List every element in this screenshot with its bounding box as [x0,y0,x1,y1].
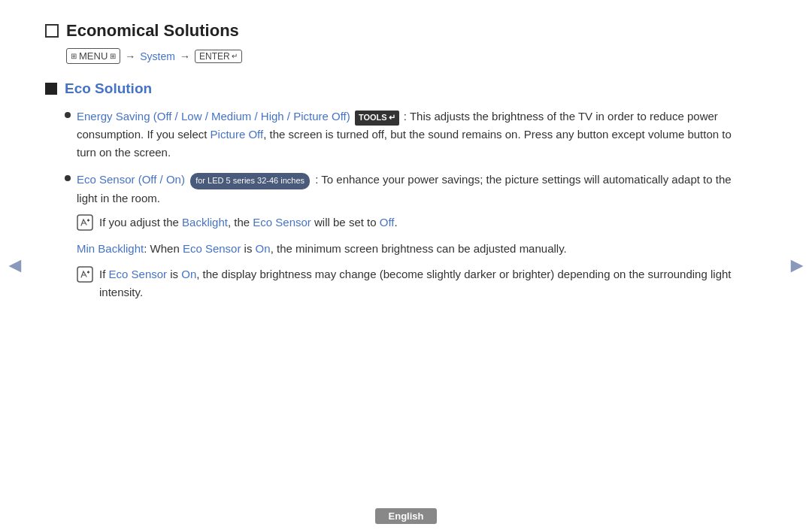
bullet-content-2: Eco Sensor (Off / On) for LED 5 series 3… [77,171,752,307]
min-backlight-label: Min Backlight [77,242,144,255]
page-title: Economical Solutions [66,21,239,41]
note2-text-pre: If [99,268,109,280]
breadcrumb: ⊞ MENU ⊞ → System → ENTER ↵ [66,48,752,64]
note-2-content: If Eco Sensor is On, the display brightn… [99,265,752,301]
note1-text-mid: , the [228,216,253,229]
note1-off: Off [380,216,395,229]
bullet-item-energy-saving: Energy Saving (Off / Low / Medium / High… [65,108,752,162]
note1-eco-sensor: Eco Sensor [253,216,311,229]
note1-backlight: Backlight [182,216,228,229]
black-square-icon [45,83,57,95]
min-backlight-text-pre: : When [144,242,183,255]
led-series-badge: for LED 5 series 32-46 inches [190,173,310,189]
picture-off-link: Picture Off [211,128,264,141]
min-backlight-text-mid: is [241,242,255,255]
note1-text-post: will be set to [311,216,380,229]
min-backlight-eco-sensor: Eco Sensor [183,242,241,255]
bullet-dot-2 [65,175,71,181]
nav-system: System [140,50,175,62]
min-backlight-text-post: , the minimum screen brightness can be a… [271,242,567,255]
menu-icon-box: ⊞ MENU ⊞ [66,48,120,64]
enter-box: ENTER ↵ [195,50,242,63]
note-pencil-icon-1 [77,214,93,231]
checkbox-icon [45,24,59,38]
tools-icon: ↵ [389,111,395,125]
energy-saving-label: Energy Saving (Off / Low / Medium / High… [77,110,350,123]
note2-eco-sensor: Eco Sensor [109,268,168,280]
language-badge: English [375,508,438,524]
nav-right-arrow[interactable]: ► [786,253,807,277]
note-1-content: If you adjust the Backlight, the Eco Sen… [99,214,752,232]
bullet-list: Energy Saving (Off / Low / Medium / High… [65,108,752,307]
min-backlight-para: Min Backlight: When Eco Sensor is On, th… [77,239,752,259]
bullet-content-1: Energy Saving (Off / Low / Medium / High… [77,108,752,162]
note1-text-pre: If you adjust the [99,216,182,229]
enter-arrow-icon: ↵ [232,52,238,60]
note-row-1: If you adjust the Backlight, the Eco Sen… [77,214,752,232]
note2-text-mid: is [167,268,181,280]
nav-arrow-1: → [125,50,135,62]
note-pencil-icon-2 [77,266,93,283]
footer: English [0,508,812,530]
tools-label: TOOLS [359,111,387,125]
min-backlight-on: On [256,242,271,255]
nav-arrow-2: → [180,50,190,62]
bullet-dot-1 [65,112,71,118]
bullet-item-eco-sensor: Eco Sensor (Off / On) for LED 5 series 3… [65,171,752,307]
section-heading: Eco Solution [65,80,152,97]
enter-label: ENTER [199,51,230,62]
section-heading-row: Eco Solution [45,80,752,97]
note1-period: . [394,216,397,229]
tools-badge: TOOLS↵ [355,111,399,126]
note2-on: On [181,268,196,280]
eco-sensor-label: Eco Sensor (Off / On) [77,173,185,186]
note-row-2: If Eco Sensor is On, the display brightn… [77,265,752,301]
nav-left-arrow[interactable]: ◄ [5,253,26,277]
